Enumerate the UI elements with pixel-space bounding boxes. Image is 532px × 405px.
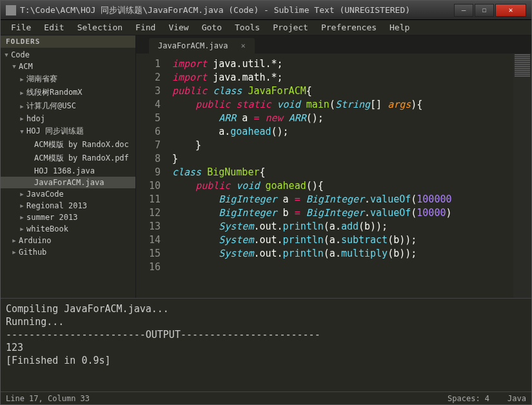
status-position[interactable]: Line 17, Column 33 — [6, 394, 90, 403]
tree-label: Arduino — [19, 236, 52, 245]
status-language[interactable]: Java — [507, 394, 526, 403]
menu-project[interactable]: Project — [266, 21, 315, 34]
tree-arrow-icon: ▼ — [3, 52, 10, 58]
status-spaces[interactable]: Spaces: 4 — [448, 394, 489, 403]
tree-item[interactable]: ▶Arduino — [1, 235, 135, 246]
tree-label: Code — [11, 50, 30, 59]
tree-label: 湖南省赛 — [26, 74, 57, 84]
menu-selection[interactable]: Selection — [71, 21, 129, 34]
console-output[interactable]: Compiling JavaForACM.java... Running... … — [1, 298, 531, 391]
menubar: FileEditSelectionFindViewGotoToolsProjec… — [1, 20, 531, 35]
tree-item[interactable]: HOJ 1368.java — [1, 165, 135, 177]
tree-label: Github — [19, 248, 46, 257]
tree-item[interactable]: ACM模版 by RandoX.doc — [1, 138, 135, 152]
tree-label: HOJ 同步训练题 — [26, 126, 84, 137]
editor-pane: JavaForACM.java × 1234567891011121314151… — [136, 35, 531, 298]
tree-arrow-icon: ▶ — [11, 237, 17, 244]
sidebar-header: FOLDERS — [1, 35, 135, 48]
tree-label: 计算几何@USC — [26, 101, 76, 112]
tab-close-icon[interactable]: × — [241, 41, 245, 50]
tree-item[interactable]: ▶whiteBook — [1, 223, 135, 235]
tree-label: hdoj — [26, 114, 45, 123]
tree-item[interactable]: ▶JavaCode — [1, 188, 135, 200]
tree-label: JavaCode — [26, 190, 64, 199]
tree-item[interactable]: ▶summer 2013 — [1, 212, 135, 223]
tab-label: JavaForACM.java — [158, 41, 228, 50]
tree-label: HOJ 1368.java — [34, 166, 95, 175]
menu-goto[interactable]: Goto — [195, 21, 228, 34]
window-title: T:\Code\ACM\HOJ 同步训练题\JavaForACM.java (C… — [20, 5, 454, 16]
tree-item[interactable]: ▶Regional 2013 — [1, 200, 135, 212]
tree-arrow-icon: ▼ — [19, 128, 25, 135]
gutter: 12345678910111213141516 — [136, 54, 167, 298]
tree-item[interactable]: ▼Code — [1, 49, 135, 61]
app-icon — [6, 5, 16, 15]
maximize-button[interactable]: ☐ — [475, 4, 494, 17]
tree-item[interactable]: ▼ACM — [1, 61, 135, 72]
tree-label: whiteBook — [26, 224, 68, 233]
tree-label: ACM模版 by RandoX.doc — [34, 139, 129, 150]
tree-item[interactable]: ▶线段树RandomX — [1, 86, 135, 99]
titlebar[interactable]: T:\Code\ACM\HOJ 同步训练题\JavaForACM.java (C… — [1, 1, 531, 20]
menu-preferences[interactable]: Preferences — [315, 21, 383, 34]
tree-label: summer 2013 — [26, 213, 77, 222]
tree-item[interactable]: ▶计算几何@USC — [1, 99, 135, 113]
tree-arrow-icon: ▶ — [19, 214, 25, 221]
tree-item[interactable]: ▶hdoj — [1, 113, 135, 124]
tree-item[interactable]: ▶湖南省赛 — [1, 72, 135, 86]
tree-item[interactable]: ACM模版 by RandoX.pdf — [1, 152, 135, 165]
folder-tree: ▼Code▼ACM▶湖南省赛▶线段树RandomX▶计算几何@USC▶hdoj▼… — [1, 48, 135, 259]
tree-arrow-icon: ▼ — [11, 63, 17, 70]
tree-arrow-icon: ▶ — [19, 103, 25, 110]
minimap[interactable] — [513, 54, 531, 298]
tree-item[interactable]: ▼HOJ 同步训练题 — [1, 124, 135, 138]
tree-arrow-icon: ▶ — [19, 191, 25, 197]
tree-label: ACM — [19, 62, 33, 71]
menu-help[interactable]: Help — [383, 21, 416, 34]
tree-label: ACM模版 by RandoX.pdf — [34, 153, 129, 164]
close-button[interactable]: ✕ — [495, 4, 526, 17]
tree-label: Regional 2013 — [26, 201, 87, 210]
menu-view[interactable]: View — [162, 21, 195, 34]
tab-active[interactable]: JavaForACM.java × — [149, 38, 255, 54]
tree-item[interactable]: JavaForACM.java — [1, 177, 135, 188]
tree-arrow-icon: ▶ — [19, 115, 25, 122]
tabbar: JavaForACM.java × — [136, 35, 531, 54]
menu-tools[interactable]: Tools — [228, 21, 266, 34]
menu-find[interactable]: Find — [129, 21, 162, 34]
menu-file[interactable]: File — [5, 21, 37, 34]
tree-label: 线段树RandomX — [26, 87, 83, 98]
tree-label: JavaForACM.java — [34, 178, 104, 187]
tree-arrow-icon: ▶ — [11, 249, 17, 255]
statusbar: Line 17, Column 33 Spaces: 4 Java — [1, 391, 531, 404]
tree-arrow-icon: ▶ — [19, 90, 25, 96]
sidebar: FOLDERS ▼Code▼ACM▶湖南省赛▶线段树RandomX▶计算几何@U… — [1, 35, 136, 298]
tree-arrow-icon: ▶ — [19, 202, 25, 209]
menu-edit[interactable]: Edit — [37, 21, 70, 34]
code-view[interactable]: import java.util.*;import java.math.*;pu… — [167, 54, 531, 298]
tree-arrow-icon: ▶ — [19, 76, 25, 83]
app-window: T:\Code\ACM\HOJ 同步训练题\JavaForACM.java (C… — [0, 0, 532, 405]
tree-arrow-icon: ▶ — [19, 226, 25, 232]
tree-item[interactable]: ▶Github — [1, 246, 135, 258]
minimize-button[interactable]: — — [454, 4, 473, 17]
